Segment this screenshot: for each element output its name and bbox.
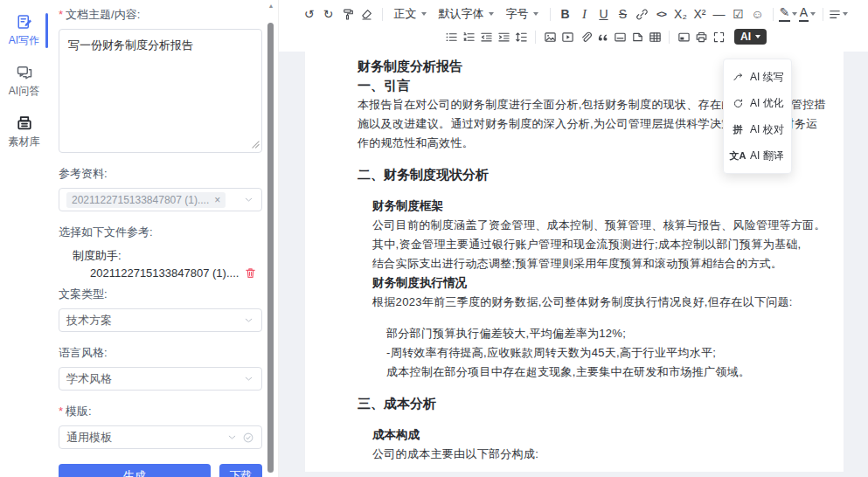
glyph: — — [713, 7, 726, 21]
sidebar-item-ai-qa[interactable]: AI问答 — [0, 56, 48, 107]
download-button[interactable]: 下载 — [219, 464, 262, 477]
bold-icon[interactable]: B — [556, 4, 575, 24]
sidebar-item-material-library[interactable]: 素材库 — [0, 107, 48, 157]
glyph: U — [599, 7, 608, 21]
file-section-label: 选择如下文件参考: — [59, 225, 262, 240]
underline-icon[interactable]: U — [594, 4, 614, 24]
tag-close-icon[interactable]: × — [214, 195, 220, 205]
doc-heading: 成本构成 — [372, 425, 833, 445]
reference-file-name: 2021122715133847807 (1).... — [90, 266, 239, 280]
code-snippet-icon[interactable] — [628, 27, 646, 46]
scrollbar-thumb[interactable] — [267, 23, 274, 473]
required-mark: * — [59, 404, 63, 418]
font-color-icon[interactable]: A — [798, 4, 817, 24]
ai-tools-button[interactable]: AI — [734, 29, 767, 45]
attachment-icon[interactable] — [576, 27, 594, 46]
ai-tools-menu: AI 续写AI 优化拼AI 校对文AAI 翻译 — [723, 59, 792, 174]
style-label: 语言风格: — [59, 345, 262, 361]
assistant-label: 制度助手: — [73, 248, 262, 264]
strikethrough-icon[interactable]: S — [614, 4, 633, 24]
chevron-down-icon — [243, 194, 254, 205]
menu-item-label: AI 优化 — [750, 96, 784, 111]
chevron-down-icon — [243, 373, 254, 384]
reference-tag: 2021122715133847807 (1)....× — [66, 192, 226, 208]
video-icon[interactable] — [559, 27, 576, 46]
subscript-icon[interactable]: X₂ — [671, 4, 691, 24]
table-icon[interactable] — [646, 27, 663, 46]
scroll-up-icon[interactable]: ▲ — [266, 0, 276, 11]
outdent-icon[interactable] — [477, 27, 495, 46]
template-select[interactable]: 通用模板 — [59, 425, 262, 449]
doc-text-line: 公司目前的制度涵盖了资金管理、成本控制、预算管理、核算与报告、风险管理等方面。 — [372, 216, 833, 235]
toolbar-divider — [550, 8, 551, 21]
italic-icon[interactable]: I — [575, 4, 594, 24]
image-icon[interactable] — [541, 27, 559, 46]
menu-item-label: AI 校对 — [750, 122, 784, 137]
glyph: ↺ — [304, 7, 315, 21]
sidebar-item-ai-writing[interactable]: AI写作 — [0, 5, 48, 56]
doc-text-line: 其中,资金管理主要通过银行账户管理和现金流预测进行;成本控制以部门预算为基础, — [372, 235, 833, 254]
doc-type-select[interactable]: 技术方案 — [59, 308, 262, 332]
redo-icon[interactable]: ↻ — [319, 4, 338, 24]
font-family-select[interactable]: 默认字体 — [433, 4, 500, 24]
toolbar-divider — [382, 8, 383, 21]
link-icon[interactable] — [633, 4, 652, 24]
doc-spacer — [358, 184, 833, 197]
glyph: X² — [694, 7, 706, 21]
bullet-list-icon[interactable] — [442, 27, 460, 46]
doc-heading: 三、成本分析 — [358, 394, 833, 413]
doc-spacer — [358, 413, 833, 425]
font-size-select[interactable]: 字号 — [500, 4, 545, 24]
form-panel-scrollbar[interactable]: ▲ — [266, 0, 276, 477]
doc-heading: 财务制度执行情况 — [372, 273, 833, 293]
caret-down-icon — [755, 35, 760, 38]
reference-select[interactable]: 2021122715133847807 (1)....× — [59, 188, 262, 211]
blockquote-icon[interactable] — [594, 27, 611, 46]
delete-file-icon[interactable] — [244, 266, 257, 280]
doc-text-line: 部分部门预算执行偏差较大,平均偏差率为12%; — [386, 324, 833, 343]
topic-input[interactable]: 写一份财务制度分析报告 — [59, 29, 262, 153]
menu-item-ai-proofread[interactable]: 拼AI 校对 — [724, 116, 791, 142]
action-buttons: 生成 下载 — [59, 464, 262, 477]
glyph: B — [560, 7, 569, 21]
ordered-list-icon[interactable] — [460, 27, 477, 46]
resize-handle-icon[interactable] — [252, 141, 260, 149]
highlight-color-icon[interactable]: ✎ — [779, 4, 798, 24]
glyph: ☺ — [751, 7, 763, 21]
clear-format-icon[interactable] — [358, 4, 377, 24]
caret-down-icon — [489, 12, 494, 16]
paragraph-style-select[interactable]: 正文 — [388, 4, 433, 24]
emoji-icon[interactable]: ☺ — [748, 4, 767, 24]
inline-code-icon[interactable]: <> — [652, 4, 671, 24]
align-icon[interactable] — [829, 4, 848, 24]
toolbar-row-1: ↺↻正文默认字体字号BIUS<>X₂X²—☑☺✎A — [279, 3, 868, 25]
float-window-icon[interactable] — [675, 27, 692, 46]
print-icon[interactable] — [692, 27, 710, 46]
toolbar-row-2: AI — [279, 25, 868, 48]
select-value: 字号 — [506, 6, 529, 22]
task-list-icon[interactable]: ☑ — [729, 4, 748, 24]
caret-down-icon — [421, 12, 427, 16]
fullscreen-icon[interactable] — [710, 27, 727, 46]
menu-item-ai-continue-writing[interactable]: AI 续写 — [724, 64, 791, 90]
horizontal-rule-icon[interactable]: — — [710, 4, 729, 24]
topic-input-wrap: 写一份财务制度分析报告 — [59, 29, 262, 153]
undo-icon[interactable]: ↺ — [300, 4, 319, 24]
line-height-icon[interactable] — [512, 27, 530, 46]
menu-item-label: AI 翻译 — [750, 149, 784, 163]
menu-item-ai-translate[interactable]: 文AAI 翻译 — [724, 142, 791, 169]
sidebar-item-label: 素材库 — [9, 135, 40, 149]
format-painter-icon[interactable] — [338, 4, 358, 24]
chevron-down-icon — [226, 432, 238, 443]
glyph: ↻ — [323, 7, 334, 21]
indent-icon[interactable] — [495, 27, 512, 46]
doc-type-value: 技术方案 — [66, 313, 112, 328]
check-circle-icon — [242, 432, 254, 444]
divider-line-icon[interactable] — [611, 27, 628, 46]
superscript-icon[interactable]: X² — [691, 4, 710, 24]
required-mark: * — [59, 8, 63, 21]
doc-spacer — [358, 464, 833, 472]
generate-button[interactable]: 生成 — [59, 464, 211, 477]
style-select[interactable]: 学术风格 — [59, 367, 262, 391]
menu-item-ai-optimize[interactable]: AI 优化 — [724, 90, 791, 116]
